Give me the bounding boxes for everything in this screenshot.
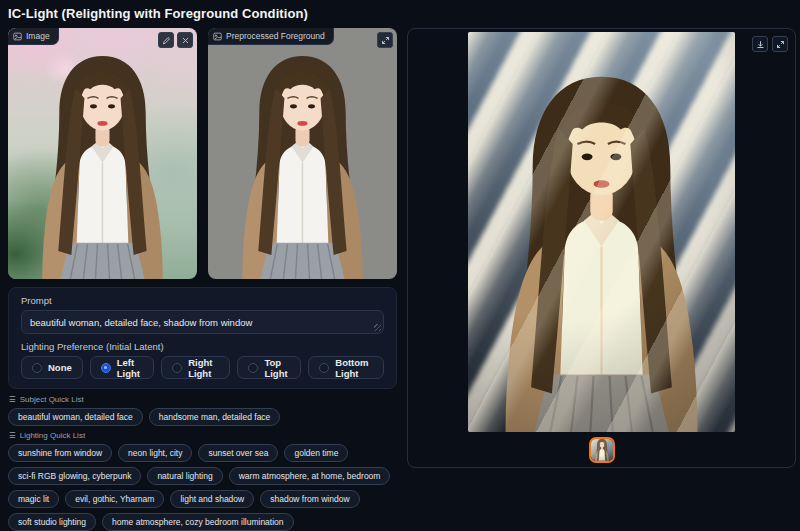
input-panel-label-text: Image bbox=[26, 31, 50, 41]
download-button[interactable] bbox=[752, 36, 768, 52]
lighting-preference-options: None Left Light Right Light Top Light Bo… bbox=[21, 356, 384, 379]
lighting-preference-label: Lighting Preference (Initial Latent) bbox=[21, 341, 384, 352]
portrait-figure bbox=[8, 28, 197, 279]
lighting-quick-list-label-text: Lighting Quick List bbox=[20, 431, 85, 440]
portrait-figure bbox=[208, 28, 397, 279]
lighting-chip[interactable]: home atmosphere, cozy bedroom illuminati… bbox=[102, 513, 294, 531]
radio-label: Right Light bbox=[188, 357, 219, 379]
prompt-label: Prompt bbox=[21, 295, 384, 306]
image-icon bbox=[13, 32, 22, 41]
input-image-panel: Image bbox=[8, 28, 197, 279]
page-title: IC-Light (Relighting with Foreground Con… bbox=[8, 6, 800, 21]
radio-icon bbox=[32, 363, 42, 373]
radio-label: Left Light bbox=[117, 357, 143, 379]
radio-icon bbox=[101, 363, 111, 373]
light-vignette-overlay bbox=[468, 32, 735, 432]
foreground-panel-label-text: Preprocessed Foreground bbox=[226, 31, 325, 41]
lighting-chip[interactable]: sunshine from window bbox=[8, 444, 112, 462]
resize-handle[interactable] bbox=[374, 324, 381, 331]
gallery-fullscreen-button[interactable] bbox=[772, 36, 788, 52]
list-icon: ☰ bbox=[9, 431, 16, 440]
subject-quick-list-label: ☰ Subject Quick List bbox=[9, 395, 397, 404]
output-scene bbox=[468, 32, 735, 432]
image-icon bbox=[213, 32, 222, 41]
lighting-chip[interactable]: natural lighting bbox=[147, 467, 222, 485]
prompt-input[interactable] bbox=[21, 310, 384, 334]
edit-image-button[interactable] bbox=[158, 32, 174, 48]
gallery-thumbnail-selected[interactable] bbox=[589, 437, 615, 463]
subject-chip[interactable]: handsome man, detailed face bbox=[149, 408, 281, 426]
lighting-quick-list-label: ☰ Lighting Quick List bbox=[9, 431, 397, 440]
light-vignette-overlay bbox=[591, 439, 613, 461]
expand-icon bbox=[381, 36, 390, 45]
lighting-chip[interactable]: light and shadow bbox=[170, 490, 254, 508]
expand-icon bbox=[776, 40, 785, 49]
subject-quick-list: beautiful woman, detailed face handsome … bbox=[8, 408, 397, 426]
radio-label: None bbox=[48, 362, 72, 373]
lighting-option[interactable]: Top Light bbox=[237, 356, 301, 379]
lighting-chip[interactable]: evil, gothic, Yharnam bbox=[65, 490, 164, 508]
lighting-option[interactable]: Bottom Light bbox=[308, 356, 384, 379]
gallery-thumbnails bbox=[408, 432, 795, 467]
radio-icon bbox=[248, 363, 258, 373]
clear-image-button[interactable] bbox=[177, 32, 193, 48]
lighting-chip[interactable]: sci-fi RGB glowing, cyberpunk bbox=[8, 467, 141, 485]
radio-label: Bottom Light bbox=[335, 357, 373, 379]
pencil-icon bbox=[162, 36, 171, 45]
thumbnail-scene bbox=[591, 439, 613, 461]
prompt-field-wrap bbox=[21, 310, 384, 334]
radio-icon bbox=[172, 363, 182, 373]
lighting-chip[interactable]: golden time bbox=[284, 444, 348, 462]
lighting-chip[interactable]: neon light, city bbox=[118, 444, 192, 462]
result-gallery bbox=[407, 28, 796, 468]
foreground-panel-label: Preprocessed Foreground bbox=[208, 28, 334, 45]
relit-output-photo[interactable] bbox=[468, 32, 735, 432]
lighting-chip[interactable]: sunset over sea bbox=[198, 444, 278, 462]
subject-quick-list-label-text: Subject Quick List bbox=[20, 395, 84, 404]
radio-icon bbox=[319, 363, 329, 373]
foreground-panel-actions bbox=[377, 32, 393, 48]
foreground-photo[interactable] bbox=[208, 28, 397, 279]
download-icon bbox=[756, 40, 765, 49]
list-icon: ☰ bbox=[9, 395, 16, 404]
lighting-chip[interactable]: soft studio lighting bbox=[8, 513, 96, 531]
radio-label: Top Light bbox=[264, 357, 290, 379]
input-photo[interactable] bbox=[8, 28, 197, 279]
lighting-chip[interactable]: warm atmosphere, at home, bedroom bbox=[229, 467, 391, 485]
prompt-card: Prompt Lighting Preference (Initial Late… bbox=[8, 287, 397, 389]
lighting-option[interactable]: None bbox=[21, 356, 83, 379]
lighting-chip[interactable]: shadow from window bbox=[260, 490, 359, 508]
lighting-quick-list: sunshine from window neon light, city su… bbox=[8, 444, 397, 531]
lighting-option[interactable]: Right Light bbox=[161, 356, 230, 379]
fullscreen-button[interactable] bbox=[377, 32, 393, 48]
input-panel-label: Image bbox=[8, 28, 59, 45]
lighting-option[interactable]: Left Light bbox=[90, 356, 154, 379]
close-icon bbox=[181, 36, 190, 45]
controls-column: Image Preprocessed Fore bbox=[8, 28, 397, 531]
lighting-chip[interactable]: magic lit bbox=[8, 490, 59, 508]
foreground-image-panel: Preprocessed Foreground bbox=[208, 28, 397, 279]
gallery-actions bbox=[752, 36, 788, 52]
input-panel-actions bbox=[158, 32, 193, 48]
subject-chip[interactable]: beautiful woman, detailed face bbox=[8, 408, 143, 426]
image-row: Image Preprocessed Fore bbox=[8, 28, 397, 279]
main-layout: Image Preprocessed Fore bbox=[8, 28, 792, 531]
